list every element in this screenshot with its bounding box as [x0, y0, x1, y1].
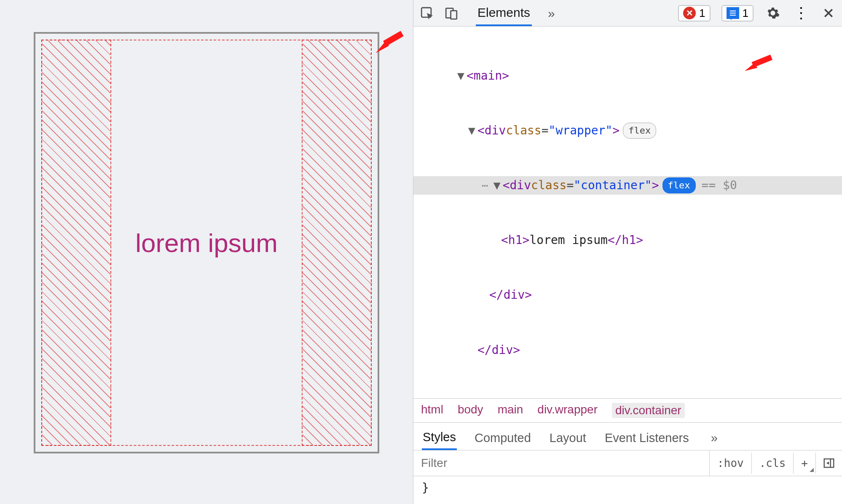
- dom-node-wrapper-close[interactable]: </div>: [413, 341, 842, 359]
- css-rule-truncated: }: [413, 476, 842, 498]
- flex-badge-container[interactable]: flex: [662, 177, 696, 193]
- tab-layout[interactable]: Layout: [549, 428, 587, 449]
- dom-node-h1[interactable]: <h1>lorem ipsum</h1>: [413, 231, 842, 249]
- toggle-hover-button[interactable]: :hov: [710, 453, 752, 474]
- dom-node-main[interactable]: ▼<main>: [413, 67, 842, 85]
- tab-more-chevrons-icon[interactable]: »: [710, 428, 719, 449]
- styles-filter-row: :hov .cls +: [413, 450, 842, 476]
- selected-node-actions-icon[interactable]: ⋯: [482, 177, 489, 194]
- toggle-computed-sidebar-icon[interactable]: [816, 453, 842, 473]
- svg-rect-8: [752, 55, 773, 67]
- dom-node-container[interactable]: ⋯▼<div class="container">flex== $0: [413, 176, 842, 194]
- breadcrumb-html[interactable]: html: [421, 403, 443, 418]
- dom-node-container-close[interactable]: </div>: [413, 286, 842, 304]
- dom-node-wrapper[interactable]: ▼<div class="wrapper">flex: [413, 121, 842, 139]
- close-devtools-icon[interactable]: [820, 5, 837, 21]
- app-root: lorem ipsum Elements: [0, 0, 842, 504]
- selected-node-marker: == $0: [702, 178, 737, 192]
- inspect-icon[interactable]: [418, 5, 435, 21]
- css-rule-container[interactable]: .container { css-flexbox:313 width:80%; …: [413, 498, 842, 504]
- device-toggle-icon[interactable]: [443, 5, 460, 21]
- error-badge[interactable]: ✕ 1: [678, 5, 710, 21]
- messages-count: 1: [743, 7, 748, 20]
- tab-event-listeners[interactable]: Event Listeners: [604, 428, 690, 449]
- svg-rect-4: [451, 11, 457, 19]
- flex-gap-overlay-right: [302, 40, 372, 446]
- flex-gap-overlay-left: [41, 40, 111, 446]
- tab-more-chevrons-icon[interactable]: »: [546, 1, 557, 25]
- rule-close-brace: }: [422, 479, 834, 497]
- svg-rect-1: [383, 31, 404, 46]
- demo-heading: lorem ipsum: [135, 228, 278, 258]
- error-icon: ✕: [683, 7, 696, 19]
- kebab-menu-icon[interactable]: ⋮: [792, 5, 809, 21]
- new-style-rule-button[interactable]: +: [794, 453, 816, 474]
- messages-badge[interactable]: 1: [721, 5, 754, 21]
- breadcrumb-main[interactable]: main: [498, 403, 523, 418]
- dom-tree[interactable]: ▼<main> ▼<div class="wrapper">flex ⋯▼<di…: [413, 27, 842, 398]
- page-viewport: lorem ipsum: [0, 0, 413, 504]
- styles-tabs: Styles Computed Layout Event Listeners »: [413, 423, 842, 450]
- breadcrumb-wrapper[interactable]: div.wrapper: [537, 403, 598, 418]
- dom-breadcrumb: html body main div.wrapper div.container: [413, 398, 842, 423]
- tab-styles[interactable]: Styles: [422, 427, 457, 450]
- message-icon: [727, 7, 739, 19]
- demo-container: lorem ipsum: [34, 32, 379, 453]
- breadcrumb-container[interactable]: div.container: [612, 403, 685, 418]
- tab-elements[interactable]: Elements: [476, 0, 532, 26]
- flex-badge-wrapper[interactable]: flex: [623, 123, 656, 139]
- rule-selector[interactable]: .container {: [422, 500, 507, 504]
- settings-gear-icon[interactable]: [764, 5, 781, 21]
- toggle-classes-button[interactable]: .cls: [752, 453, 794, 474]
- devtools-toolbar: Elements » ✕ 1 1 ⋮: [413, 0, 842, 27]
- breadcrumb-body[interactable]: body: [458, 403, 483, 418]
- tab-computed[interactable]: Computed: [474, 428, 532, 449]
- annotation-arrow-icon: [742, 51, 775, 77]
- devtools-main-tabs: Elements »: [476, 0, 557, 26]
- rule-source-link[interactable]: css-flexbox:313: [727, 500, 834, 504]
- annotation-arrow-icon: [373, 26, 407, 60]
- devtools-panel: Elements » ✕ 1 1 ⋮: [413, 0, 842, 504]
- styles-filter-input[interactable]: [413, 450, 710, 476]
- error-count: 1: [699, 7, 705, 20]
